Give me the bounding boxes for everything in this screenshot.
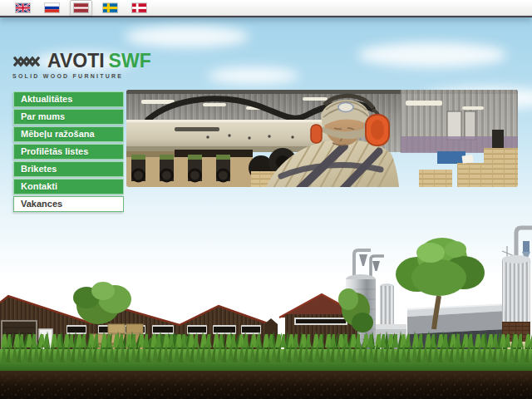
cloud	[357, 42, 507, 67]
footer-illustration	[0, 223, 532, 399]
flag-uk-icon	[16, 3, 30, 12]
language-flag-uk[interactable]	[12, 0, 34, 16]
brand-name-primary: AVOTI	[47, 50, 105, 71]
language-flag-russia[interactable]	[41, 0, 63, 16]
brand-tagline: SOLID WOOD FURNITURE	[12, 73, 151, 79]
flag-list	[0, 0, 532, 16]
cloud	[208, 67, 299, 84]
flag-sweden-icon	[103, 3, 117, 12]
menu-item-mebelu-razosana[interactable]: Mēbeļu ražošana	[13, 126, 124, 142]
menu-item-par-mums[interactable]: Par mums	[13, 109, 124, 125]
page: AVOTISWF SOLID WOOD FURNITURE Aktualitāt…	[0, 0, 532, 399]
brand-name-secondary: SWF	[109, 50, 151, 71]
timber-stacks	[419, 148, 518, 187]
grass	[0, 329, 532, 372]
brand-logo[interactable]: AVOTISWF SOLID WOOD FURNITURE	[12, 52, 151, 79]
language-flag-latvia[interactable]	[70, 0, 92, 16]
menu-item-briketes[interactable]: Briketes	[13, 161, 124, 177]
menu-item-vakances[interactable]: Vakances	[13, 196, 124, 212]
worker-ear-protection-wood-factory-photo	[126, 90, 518, 187]
cloud	[125, 26, 249, 47]
flag-denmark-icon	[132, 3, 146, 12]
language-flag-denmark[interactable]	[128, 0, 150, 16]
brand-name: AVOTISWF	[47, 52, 151, 71]
main-menu: Aktualitātes Par mums Mēbeļu ražošana Pr…	[13, 91, 124, 214]
dovetail-zigzag-icon	[12, 52, 42, 71]
hero-photo	[126, 90, 518, 187]
menu-item-aktualitates[interactable]: Aktualitātes	[13, 91, 124, 107]
language-bar	[0, 0, 532, 17]
flag-latvia-icon	[74, 3, 88, 12]
menu-item-profiletas-listes[interactable]: Profilētās listes	[13, 144, 124, 160]
flag-russia-icon	[45, 3, 59, 12]
factory-buildings-silos-trees-grass-soil-illustration	[0, 223, 532, 399]
menu-item-kontakti[interactable]: Kontakti	[13, 179, 124, 195]
soil	[0, 371, 532, 399]
language-flag-sweden[interactable]	[99, 0, 121, 16]
